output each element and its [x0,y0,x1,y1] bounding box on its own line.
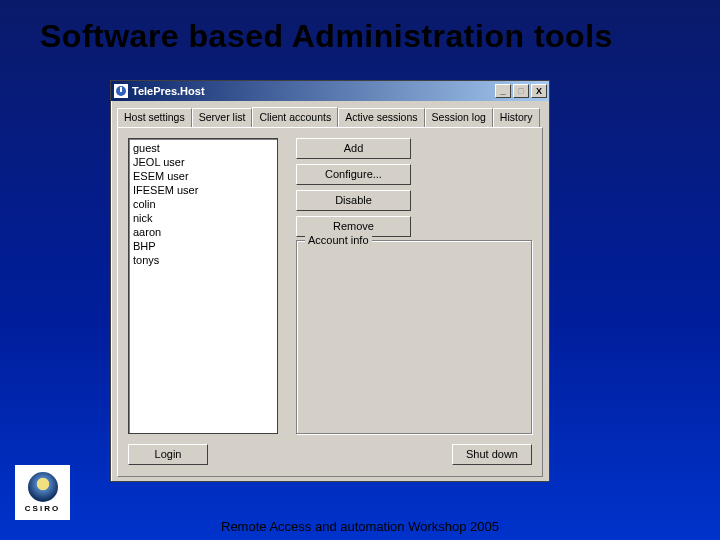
tab-active-sessions[interactable]: Active sessions [338,108,424,128]
tab-panel: guest JEOL user ESEM user IFESEM user co… [117,127,543,477]
list-item[interactable]: colin [133,197,273,211]
slide-title: Software based Administration tools [0,0,720,59]
logo-text: CSIRO [25,504,60,513]
tab-server-list[interactable]: Server list [192,108,253,128]
add-button[interactable]: Add [296,138,411,159]
list-item[interactable]: BHP [133,239,273,253]
maximize-button: □ [513,84,529,98]
list-item[interactable]: IFESEM user [133,183,273,197]
minimize-button[interactable]: _ [495,84,511,98]
slide-footer: Remote Access and automation Workshop 20… [0,519,720,534]
tab-session-log[interactable]: Session log [425,108,493,128]
account-info-group: Account info [296,240,532,434]
list-item[interactable]: aaron [133,225,273,239]
titlebar[interactable]: TelePres.Host _ □ X [111,81,549,101]
shutdown-button[interactable]: Shut down [452,444,532,465]
list-item[interactable]: nick [133,211,273,225]
svg-rect-1 [120,87,122,92]
list-item[interactable]: guest [133,141,273,155]
login-button[interactable]: Login [128,444,208,465]
tab-host-settings[interactable]: Host settings [117,108,192,128]
list-item[interactable]: ESEM user [133,169,273,183]
list-item[interactable]: JEOL user [133,155,273,169]
tab-client-accounts[interactable]: Client accounts [252,107,338,127]
logo-globe-icon [28,472,58,502]
close-button[interactable]: X [531,84,547,98]
list-item[interactable]: tonys [133,253,273,267]
app-window: TelePres.Host _ □ X Host settings Server… [110,80,550,482]
disable-button[interactable]: Disable [296,190,411,211]
tabstrip: Host settings Server list Client account… [111,101,549,127]
group-label: Account info [305,234,372,246]
window-title: TelePres.Host [132,85,205,97]
app-icon [114,84,128,98]
accounts-listbox[interactable]: guest JEOL user ESEM user IFESEM user co… [128,138,278,434]
configure-button[interactable]: Configure... [296,164,411,185]
csiro-logo: CSIRO [15,465,70,520]
tab-history[interactable]: History [493,108,540,128]
